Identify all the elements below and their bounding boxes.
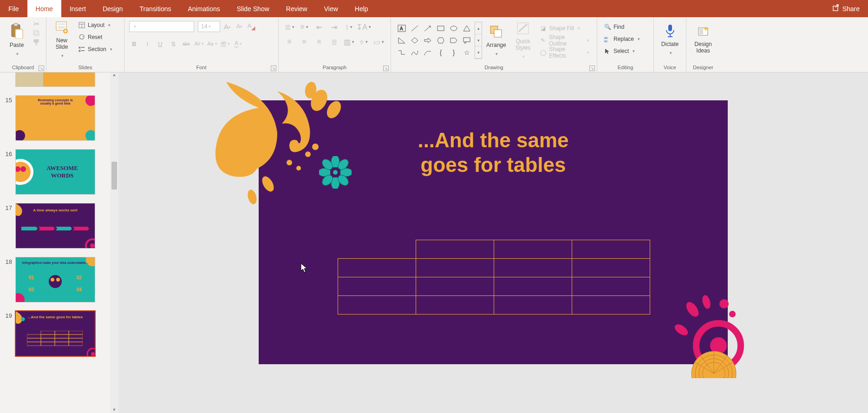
- text-direction-button[interactable]: ↧A: [359, 22, 369, 32]
- slide-thumbnail-15[interactable]: Reviewing concepts isusually a good idea: [16, 96, 95, 140]
- current-slide[interactable]: ...And the same goes for tables: [259, 100, 728, 364]
- dictate-button[interactable]: Dictate: [657, 19, 683, 60]
- shape-curve-icon[interactable]: [409, 47, 421, 58]
- share-button[interactable]: Share: [824, 0, 868, 17]
- align-left-button[interactable]: ≡: [284, 37, 294, 47]
- shrink-font-button[interactable]: A▾: [234, 21, 244, 32]
- change-case-button[interactable]: Aa: [207, 39, 217, 49]
- font-color-button[interactable]: A: [233, 39, 243, 49]
- scroll-up-icon[interactable]: ▲: [110, 72, 118, 78]
- slide-title[interactable]: ...And the same goes for tables: [259, 128, 728, 177]
- svg-point-36: [16, 130, 25, 140]
- align-right-button[interactable]: ≡: [314, 37, 324, 47]
- shape-outline-button[interactable]: ✎Shape Outline: [537, 35, 591, 46]
- numbering-button[interactable]: ≡: [299, 22, 309, 32]
- shape-rect-icon[interactable]: [435, 23, 447, 34]
- shape-star-icon[interactable]: ☆: [461, 47, 473, 58]
- bold-button[interactable]: B: [129, 39, 139, 49]
- shape-callout-icon[interactable]: [461, 35, 473, 46]
- new-slide-button[interactable]: New Slide: [49, 19, 74, 60]
- shape-brace-right-icon[interactable]: }: [448, 47, 460, 58]
- shape-pentagon-icon[interactable]: [448, 35, 460, 46]
- bullets-icon: ≣: [285, 23, 291, 32]
- slide-table[interactable]: [338, 240, 650, 315]
- smartart-button[interactable]: ▭: [373, 37, 384, 47]
- align-text-button[interactable]: ⎀: [359, 37, 369, 47]
- cursor-icon: [604, 47, 611, 55]
- shape-arrow-right-icon[interactable]: [422, 35, 434, 46]
- shapes-gallery[interactable]: A { } ☆: [395, 22, 474, 59]
- tab-help[interactable]: Help: [346, 0, 377, 17]
- slide-thumbnail-19[interactable]: ...And the same goes for tables: [16, 311, 95, 356]
- tab-review[interactable]: Review: [278, 0, 316, 17]
- line-spacing-button[interactable]: ↕: [344, 22, 354, 32]
- highlight-button[interactable]: ab: [220, 39, 230, 49]
- tab-animations[interactable]: Animations: [179, 0, 228, 17]
- italic-button[interactable]: I: [142, 39, 152, 49]
- svg-rect-0: [833, 6, 838, 11]
- svg-rect-57: [69, 334, 83, 338]
- strikethrough-button[interactable]: abc: [181, 39, 191, 49]
- grow-font-button[interactable]: A▴: [222, 21, 232, 32]
- reset-button[interactable]: Reset: [76, 32, 114, 42]
- paste-button[interactable]: Paste: [3, 19, 31, 60]
- shape-connector-icon[interactable]: [396, 47, 408, 58]
- slide-thumbnail-14[interactable]: [16, 72, 95, 86]
- slide-canvas-area[interactable]: ...And the same goes for tables: [118, 72, 868, 413]
- font-launcher[interactable]: ↘: [271, 66, 276, 71]
- char-spacing-button[interactable]: AV: [194, 39, 204, 49]
- shape-effects-button[interactable]: ◯Shape Effects: [537, 47, 591, 58]
- font-size-combo[interactable]: 14: [198, 21, 220, 32]
- shape-textbox-icon[interactable]: A: [396, 23, 408, 34]
- layout-button[interactable]: Layout: [76, 20, 114, 30]
- paragraph-launcher[interactable]: ↘: [383, 66, 389, 71]
- drawing-launcher[interactable]: ↘: [589, 66, 595, 71]
- shape-diamond-icon[interactable]: [409, 35, 421, 46]
- replace-button[interactable]: abacReplace: [602, 34, 642, 44]
- slide-thumbnail-17[interactable]: A time always works well: [16, 203, 95, 248]
- tab-slideshow[interactable]: Slide Show: [228, 0, 278, 17]
- increase-indent-button[interactable]: ⇥: [329, 22, 339, 32]
- arrange-button[interactable]: Arrange: [482, 20, 510, 61]
- design-ideas-button[interactable]: Design Ideas: [689, 19, 717, 60]
- copy-icon[interactable]: [33, 29, 40, 37]
- shape-hexagon-icon[interactable]: [435, 35, 447, 46]
- tab-view[interactable]: View: [316, 0, 346, 17]
- cut-icon[interactable]: ✂: [33, 20, 40, 27]
- font-name-combo[interactable]: [129, 21, 194, 32]
- shapes-gallery-scroll[interactable]: ▴▾▾: [475, 22, 482, 59]
- tab-home[interactable]: Home: [27, 0, 61, 17]
- find-button[interactable]: 🔍Find: [602, 22, 642, 32]
- shape-arc-icon[interactable]: [422, 47, 434, 58]
- section-button[interactable]: Section: [76, 44, 114, 54]
- clear-formatting-button[interactable]: A◢: [246, 21, 256, 32]
- shape-brace-left-icon[interactable]: {: [435, 47, 447, 58]
- format-painter-icon[interactable]: [33, 39, 40, 46]
- tab-insert[interactable]: Insert: [61, 0, 94, 17]
- select-button[interactable]: Select: [602, 46, 642, 56]
- tab-transitions[interactable]: Transitions: [131, 0, 180, 17]
- shape-line-icon[interactable]: [409, 23, 421, 34]
- slide-thumbnail-16[interactable]: AWESOME WORDS: [16, 150, 95, 194]
- scrollbar-thumb[interactable]: [111, 162, 117, 190]
- underline-button[interactable]: U: [155, 39, 165, 49]
- tab-design[interactable]: Design: [94, 0, 131, 17]
- decrease-indent-button[interactable]: ⇤: [314, 22, 324, 32]
- quick-styles-button[interactable]: Quick Styles: [510, 20, 536, 61]
- bullets-button[interactable]: ≣: [284, 22, 294, 32]
- shape-rtriangle-icon[interactable]: [396, 35, 408, 46]
- shape-triangle-icon[interactable]: [461, 23, 473, 34]
- scroll-down-icon[interactable]: ▼: [110, 407, 118, 413]
- align-center-button[interactable]: ≡: [299, 37, 309, 47]
- shape-fill-button[interactable]: ◪Shape Fill: [537, 23, 591, 33]
- text-shadow-button[interactable]: S: [168, 39, 178, 49]
- clipboard-launcher[interactable]: ↘: [39, 66, 44, 71]
- thumbnails-scrollbar[interactable]: ▲ ▼: [110, 72, 118, 413]
- shape-arrowline-icon[interactable]: [422, 23, 434, 34]
- tab-file[interactable]: File: [0, 0, 27, 17]
- columns-button[interactable]: ▥: [344, 37, 354, 47]
- shape-oval-icon[interactable]: [448, 23, 460, 34]
- svg-rect-63: [41, 342, 55, 346]
- align-justify-button[interactable]: ≣: [329, 37, 339, 47]
- slide-thumbnail-18[interactable]: Infographics make your idea understable.…: [16, 257, 95, 302]
